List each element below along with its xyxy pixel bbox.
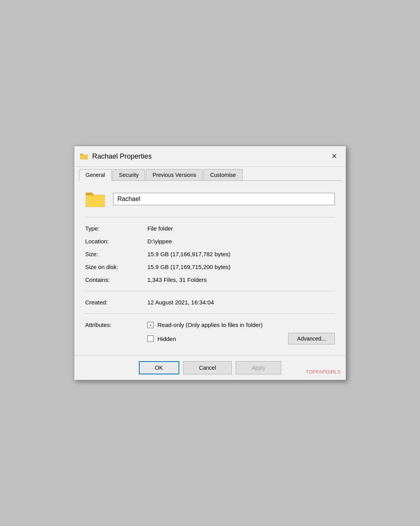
attributes-controls: Read-only (Only applies to files in fold… <box>147 322 335 344</box>
divider-3 <box>85 313 335 314</box>
divider-1 <box>85 217 335 217</box>
readonly-row: Read-only (Only applies to files in fold… <box>147 322 335 328</box>
folder-name-row <box>85 189 335 209</box>
readonly-checkbox[interactable] <box>147 322 154 328</box>
watermark: TOPFAPGIRLS <box>306 369 341 375</box>
advanced-button[interactable]: Advanced... <box>288 333 335 344</box>
title-folder-icon <box>80 152 88 161</box>
tab-general[interactable]: General <box>79 169 112 181</box>
type-value: File folder <box>147 225 173 232</box>
apply-button[interactable]: Apply <box>236 361 281 374</box>
created-value: 12 August 2021, 16:34:04 <box>147 299 214 306</box>
size-value: 15.9 GB (17,166,917,782 bytes) <box>147 251 230 257</box>
tab-security[interactable]: Security <box>112 169 145 181</box>
size-on-disk-value: 15.9 GB (17,169,715,200 bytes) <box>147 264 230 270</box>
contains-value: 1,343 Files, 31 Folders <box>147 276 207 283</box>
hidden-checkbox[interactable] <box>147 336 154 342</box>
created-row: Created: 12 August 2021, 16:34:04 <box>85 296 335 309</box>
ok-button[interactable]: OK <box>139 361 179 374</box>
window-title: Rachael Properties <box>92 152 152 161</box>
contains-label: Contains: <box>85 276 147 283</box>
title-bar: Rachael Properties ✕ <box>74 146 346 167</box>
tab-customise[interactable]: Customise <box>203 169 242 181</box>
attributes-section: Attributes: Read-only (Only applies to f… <box>85 318 335 348</box>
type-label: Type: <box>85 225 147 232</box>
tab-content: Type: File folder Location: D:\yippee Si… <box>74 181 346 355</box>
size-on-disk-label: Size on disk: <box>85 264 147 270</box>
dialog-footer: OK Cancel Apply <box>74 355 346 380</box>
type-row: Type: File folder <box>85 222 335 235</box>
location-row: Location: D:\yippee <box>85 235 335 248</box>
location-value: D:\yippee <box>147 238 172 245</box>
title-bar-left: Rachael Properties <box>80 152 152 161</box>
hidden-label: Hidden <box>158 336 176 342</box>
folder-name-input[interactable] <box>113 193 335 205</box>
size-on-disk-row: Size on disk: 15.9 GB (17,169,715,200 by… <box>85 260 335 273</box>
contains-row: Contains: 1,343 Files, 31 Folders <box>85 273 335 286</box>
divider-2 <box>85 291 335 291</box>
tab-previous-versions[interactable]: Previous Versions <box>146 169 203 181</box>
location-label: Location: <box>85 238 147 245</box>
size-label: Size: <box>85 251 147 257</box>
hidden-checkbox-row: Hidden <box>147 336 176 342</box>
folder-icon-large <box>85 189 105 209</box>
hidden-advanced-row: Hidden Advanced... <box>147 333 335 344</box>
properties-dialog: Rachael Properties ✕ General Security Pr… <box>74 146 346 380</box>
created-label: Created: <box>85 299 147 306</box>
attributes-label: Attributes: <box>85 322 147 328</box>
close-button[interactable]: ✕ <box>328 150 340 163</box>
cancel-button[interactable]: Cancel <box>183 361 232 374</box>
size-row: Size: 15.9 GB (17,166,917,782 bytes) <box>85 248 335 260</box>
readonly-label: Read-only (Only applies to files in fold… <box>158 322 262 328</box>
tab-bar: General Security Previous Versions Custo… <box>74 167 346 181</box>
